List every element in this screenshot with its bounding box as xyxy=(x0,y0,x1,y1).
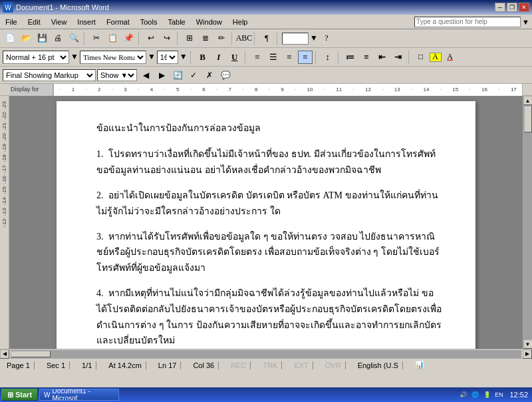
font-dropdown-icon[interactable]: ▼ xyxy=(148,52,156,62)
start-icon: ⊞ xyxy=(7,391,13,399)
h-scroll-track[interactable] xyxy=(11,350,521,358)
open-button[interactable]: 📂 xyxy=(19,31,33,46)
bullets-button[interactable]: ≡ xyxy=(359,51,374,64)
highlight-color-button[interactable]: A xyxy=(430,53,442,62)
redo-button[interactable]: ↪ xyxy=(160,31,174,46)
track-changes-button[interactable]: 🔄 xyxy=(170,68,185,83)
prev-change-button[interactable]: ◀ xyxy=(138,68,153,83)
help-search-input[interactable] xyxy=(414,17,521,27)
close-button[interactable]: ✕ xyxy=(519,3,529,12)
scroll-right-button[interactable]: ▶ xyxy=(523,349,532,359)
status-page-count: 1/1 xyxy=(78,361,96,369)
paragraph-1: 1. โปรดทราบว่าเงื่อหที่เกิดขึ้นไม่มีเจ้า… xyxy=(96,146,442,178)
taskbar-word-item[interactable]: W Document1 - Microsof... xyxy=(39,389,119,401)
style-select[interactable]: Normal + 16 pt xyxy=(3,51,69,64)
status-trk: TRK xyxy=(259,361,282,369)
align-right-button[interactable]: ≡ xyxy=(282,51,297,64)
reject-button[interactable]: ✗ xyxy=(202,68,217,83)
tray-icon-2: 🌐 xyxy=(469,389,480,400)
fmt-sep-3 xyxy=(315,51,318,64)
show-select[interactable]: Show ▼ xyxy=(97,69,137,81)
copy-button[interactable]: 📋 xyxy=(105,31,120,46)
scroll-left-button[interactable]: ◀ xyxy=(0,349,9,359)
save-button[interactable]: 💾 xyxy=(35,31,49,46)
horizontal-scrollbar[interactable]: ◀ ▶ xyxy=(0,349,532,358)
align-center-button[interactable]: ☰ xyxy=(266,51,281,64)
italic-button[interactable]: I xyxy=(211,51,226,64)
next-change-button[interactable]: ▶ xyxy=(154,68,169,83)
paragraph-4: 4. หากมีเหตุที่ท่านไม่แน่ใจว่ามีกลุ่มมิจ… xyxy=(96,286,442,349)
cut-button[interactable]: ✂ xyxy=(89,31,104,46)
menu-view[interactable]: View xyxy=(46,15,72,29)
menu-edit[interactable]: Edit xyxy=(23,15,46,29)
menu-file[interactable]: File xyxy=(0,15,23,29)
menu-tools[interactable]: Tools xyxy=(135,15,163,29)
taskbar: ⊞ Start W Document1 - Microsof... 🔊 🌐 🔋 … xyxy=(0,387,532,402)
help-button[interactable]: ? xyxy=(319,31,334,46)
accept-button[interactable]: ✓ xyxy=(186,68,201,83)
undo-button[interactable]: ↩ xyxy=(144,31,158,46)
h-scroll-thumb[interactable] xyxy=(11,351,51,357)
menu-bar: File Edit View Insert Format Tools Table… xyxy=(0,15,532,29)
bold-button[interactable]: B xyxy=(196,51,210,64)
paste-button[interactable]: 📌 xyxy=(121,31,136,46)
document-page[interactable]: ข้อแนะนำในการป้องกันการล่อลวงข้อมูล 1. โ… xyxy=(57,101,475,349)
vertical-scrollbar[interactable]: ▲ ▼ xyxy=(523,96,532,349)
table-button[interactable]: ⊞ xyxy=(182,31,197,46)
tray-icons: 🔊 🌐 🔋 EN xyxy=(458,389,504,400)
status-bar: Page 1 Sec 1 1/1 At 14.2cm Ln 17 Col 36 … xyxy=(0,358,532,371)
font-select[interactable]: Times New Roman xyxy=(80,51,146,64)
columns-button[interactable]: ≣ xyxy=(198,31,213,46)
size-select[interactable]: 16 xyxy=(157,51,178,64)
paragraph-3: 3. หากท่านได้รับโทรศัพท์เพื่อขอข้อมูลใด … xyxy=(96,229,442,276)
minimize-button[interactable]: ─ xyxy=(495,3,505,12)
zoom-input[interactable]: 80% xyxy=(282,33,309,45)
separator-2 xyxy=(138,32,141,45)
print-preview-button[interactable]: 🔍 xyxy=(66,31,81,46)
menu-window[interactable]: Window xyxy=(191,15,227,29)
tray-icon-3: 🔋 xyxy=(481,389,492,400)
spelling-button[interactable]: ABC xyxy=(237,31,251,46)
print-button[interactable]: 🖨 xyxy=(51,31,65,46)
align-justify-button[interactable]: ≡ xyxy=(298,51,313,64)
start-button[interactable]: ⊞ Start xyxy=(1,389,38,401)
document-container[interactable]: ข้อแนะนำในการป้องกันการล่อลวงข้อมูล 1. โ… xyxy=(9,96,523,349)
menu-table[interactable]: Table xyxy=(162,15,190,29)
comment-button[interactable]: 💬 xyxy=(218,68,233,83)
size-dropdown-icon[interactable]: ▼ xyxy=(180,52,188,62)
align-left-button[interactable]: ≡ xyxy=(250,51,265,64)
font-color-button[interactable]: A xyxy=(443,51,458,64)
style-dropdown-icon[interactable]: ▼ xyxy=(70,52,78,62)
toolbar-review: Final Showing Markup Show ▼ ◀ ▶ 🔄 ✓ ✗ 💬 xyxy=(0,67,532,84)
numbering-button[interactable]: ≔ xyxy=(343,51,358,64)
scroll-thumb[interactable] xyxy=(524,106,532,132)
increase-indent-button[interactable]: ⇥ xyxy=(391,51,406,64)
menu-format[interactable]: Format xyxy=(101,15,135,29)
decrease-indent-button[interactable]: ⇤ xyxy=(375,51,390,64)
status-page: Page 1 xyxy=(3,361,35,369)
fmt-sep-2 xyxy=(245,51,247,64)
scroll-down-button[interactable]: ▼ xyxy=(523,339,533,349)
show-hide-button[interactable]: ¶ xyxy=(259,31,274,46)
zoom-dropdown-icon[interactable]: ▼ xyxy=(310,33,318,43)
toolbar-formatting: Normal + 16 pt ▼ Times New Roman ▼ 16 ▼ … xyxy=(0,48,532,67)
review-mode-select[interactable]: Final Showing Markup xyxy=(3,69,96,81)
separator-6 xyxy=(277,32,279,45)
restore-button[interactable]: ❐ xyxy=(507,3,517,12)
menu-insert[interactable]: Insert xyxy=(72,15,101,29)
new-button[interactable]: 📄 xyxy=(3,31,17,46)
scroll-up-button[interactable]: ▲ xyxy=(523,96,533,105)
status-ovr: OVR xyxy=(321,361,346,369)
status-ln: Ln 17 xyxy=(154,361,182,369)
menu-help[interactable]: Help xyxy=(227,15,253,29)
outside-border-button[interactable]: □ xyxy=(414,51,428,64)
line-spacing-button[interactable]: ↕ xyxy=(321,51,335,64)
underline-button[interactable]: U xyxy=(227,51,242,64)
ruler-corner xyxy=(0,84,9,95)
scroll-track[interactable] xyxy=(523,105,533,339)
paragraph-2: 2. อย่าได้เปิดเผยข้อมูลในบัตรเครดิต บัตร… xyxy=(96,188,442,220)
para-num-2: 2. xyxy=(96,190,104,200)
drawing-button[interactable]: ✏ xyxy=(214,31,229,46)
para-num-3: 3. xyxy=(96,232,104,242)
ruler-right-corner xyxy=(523,84,532,95)
